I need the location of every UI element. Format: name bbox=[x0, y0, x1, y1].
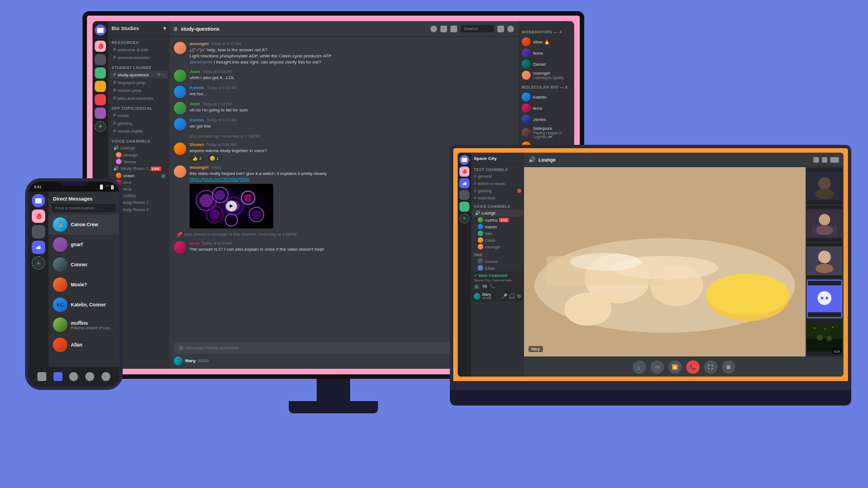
reaction[interactable]: 😊 1 bbox=[207, 155, 222, 162]
add-server-button[interactable]: + bbox=[95, 121, 106, 132]
headphones-icon[interactable]: 🎧 bbox=[509, 294, 515, 299]
mentions-icon[interactable] bbox=[85, 372, 94, 381]
server-dropdown-icon[interactable]: ▾ bbox=[163, 26, 166, 31]
search-box[interactable]: Search bbox=[460, 25, 494, 32]
v-icon-1[interactable] bbox=[813, 157, 819, 163]
fullscreen-icon[interactable] bbox=[830, 157, 839, 163]
dm-movie[interactable]: Movie? bbox=[49, 275, 119, 295]
laptop-voice-lounge[interactable]: 🔊 Lounge bbox=[472, 209, 523, 217]
member-sidequick[interactable]: Sidequick Playing League of Legends 🎮 bbox=[522, 125, 571, 140]
channel-announcements[interactable]: # announcements bbox=[110, 53, 168, 61]
channel-settings-icon[interactable]: ⚙ bbox=[157, 72, 161, 77]
channel-jobs[interactable]: # jobs-and-resumes bbox=[110, 94, 168, 102]
phone-add-server[interactable]: + bbox=[32, 256, 45, 270]
help-icon[interactable] bbox=[507, 26, 514, 32]
channel-study-questions[interactable]: # study-questions ⚙ + bbox=[110, 71, 168, 79]
channel-movies[interactable]: # movie-nights bbox=[110, 127, 168, 135]
mute-button[interactable]: 🔼 bbox=[668, 360, 682, 374]
server-6[interactable] bbox=[95, 108, 106, 119]
channel-gaming[interactable]: # gaming bbox=[110, 119, 168, 127]
channel-music[interactable]: # music bbox=[110, 111, 168, 119]
inbox-icon[interactable] bbox=[497, 26, 504, 32]
video-icon[interactable]: 📹 bbox=[482, 284, 487, 289]
laptop-channel-gaming[interactable]: # gaming bbox=[471, 187, 524, 194]
member-katelin[interactable]: Katelin bbox=[522, 91, 571, 103]
channel-welcome[interactable]: # welcome-&-info bbox=[110, 46, 168, 53]
play-button[interactable]: ▶ bbox=[226, 201, 237, 212]
plus-icon[interactable]: ⊕ bbox=[178, 344, 183, 352]
timestamp: Today at 9:15 AM bbox=[211, 42, 241, 46]
channel-ochem[interactable]: # ochem-prep bbox=[110, 86, 168, 94]
voice-user-moongirl[interactable]: moongirl bbox=[108, 152, 169, 158]
laptop-server-bio[interactable]: 🍎 bbox=[459, 167, 469, 177]
dm-canoe-crew[interactable]: 🚣 Canoe Crew bbox=[49, 214, 119, 235]
video-embed[interactable]: ▶ bbox=[190, 184, 273, 228]
voice-study-room-1[interactable]: 🔊 Study Room 1 LIVE bbox=[110, 165, 168, 172]
dm-conner[interactable]: Conner bbox=[49, 255, 119, 275]
messages-icon[interactable] bbox=[54, 372, 62, 381]
member-allan[interactable]: Allan 🔥 bbox=[522, 36, 571, 47]
laptop-voice-user-katelin[interactable]: Katelin bbox=[471, 223, 524, 230]
add-server-button[interactable]: + bbox=[459, 213, 469, 223]
member-james[interactable]: James bbox=[522, 114, 571, 125]
laptop-server-4[interactable] bbox=[459, 202, 469, 212]
phone-server-2[interactable] bbox=[32, 225, 45, 238]
member-daniel[interactable]: Daniel bbox=[522, 58, 571, 70]
reaction[interactable]: 👍 2 bbox=[190, 155, 205, 162]
add-channel-icon[interactable]: + bbox=[162, 73, 164, 77]
phone-search[interactable]: Find a conversation... bbox=[52, 204, 116, 212]
dm-katelin-conner[interactable]: KC Katelin, Conner bbox=[49, 295, 119, 315]
members-icon[interactable] bbox=[450, 26, 457, 32]
laptop-server-active[interactable]: 🏙 bbox=[459, 178, 469, 188]
discord-home-icon[interactable] bbox=[459, 155, 469, 165]
message-content: moongirl Today at 9:15 AM ¿(°⌣°)✓ help, … bbox=[190, 41, 514, 66]
dm-allan[interactable]: Allan bbox=[49, 335, 119, 355]
end-call-button[interactable]: 📞 bbox=[686, 360, 700, 374]
settings-icon[interactable]: ⚙ bbox=[517, 294, 521, 299]
phone-server-bio[interactable]: 🍎 bbox=[32, 209, 45, 223]
dm-muffins[interactable]: muffins Playing League of Legends bbox=[49, 315, 119, 335]
notification-icon[interactable] bbox=[430, 26, 437, 32]
server-4[interactable] bbox=[95, 81, 106, 92]
search-icon[interactable] bbox=[69, 372, 78, 381]
v-icon-2[interactable] bbox=[822, 157, 827, 163]
timestamp: Today at 9:18 AM bbox=[207, 86, 237, 90]
laptop-channel-addon[interactable]: # addon-n-music bbox=[471, 180, 524, 187]
laptop-server-name[interactable]: Space City bbox=[471, 153, 524, 165]
laptop-server-3[interactable] bbox=[459, 190, 469, 200]
fullscreen-button[interactable]: ⛶ bbox=[704, 360, 717, 374]
phone-server-3[interactable]: 🏙 bbox=[32, 241, 45, 254]
pin-icon[interactable] bbox=[440, 26, 447, 32]
laptop-channel-food[interactable]: # food-fads bbox=[471, 194, 524, 202]
server-5[interactable] bbox=[95, 94, 106, 105]
server-3[interactable] bbox=[95, 67, 106, 79]
phone-home-icon[interactable] bbox=[32, 194, 45, 207]
laptop-dnd-user-ethan[interactable]: Ethan bbox=[471, 265, 524, 271]
voice-user-serena[interactable]: Serena bbox=[108, 158, 169, 165]
laptop-dnd-user-conner[interactable]: Conner bbox=[471, 258, 524, 265]
laptop-channel-general[interactable]: # general bbox=[471, 173, 524, 180]
dm-gnarf[interactable]: gnarf bbox=[49, 235, 119, 255]
voice-lounge[interactable]: 🔊 Lounge bbox=[110, 144, 168, 152]
server-name-header[interactable]: Bio Studies ▾ bbox=[108, 21, 169, 36]
server-2[interactable] bbox=[95, 54, 106, 65]
camera-button[interactable]: 📹 bbox=[651, 360, 664, 374]
profile-icon[interactable] bbox=[101, 372, 110, 381]
laptop-voice-user-caleb[interactable]: Caleb bbox=[471, 237, 524, 243]
discord-home-icon[interactable] bbox=[95, 25, 106, 36]
more-button[interactable]: ⊞ bbox=[722, 360, 735, 374]
laptop-voice-user-moongirl[interactable]: moongirl bbox=[471, 243, 524, 250]
member-fiona[interactable]: fiona bbox=[522, 47, 571, 58]
mic-icon[interactable]: 🎤 bbox=[501, 294, 507, 299]
friends-icon[interactable] bbox=[37, 372, 46, 381]
channel-biopsych[interactable]: # biopsych-prep bbox=[110, 79, 168, 86]
screen-share-button[interactable]: 📺 bbox=[633, 360, 646, 374]
member-terra[interactable]: terra bbox=[522, 103, 571, 114]
screen-share-icon[interactable]: 📺 bbox=[474, 284, 479, 289]
server-bio-studies[interactable]: 🍎 bbox=[95, 41, 106, 52]
leave-call-icon[interactable]: 📞 bbox=[489, 284, 495, 289]
member-moongirl[interactable]: moongirl Listening to Spotify bbox=[522, 70, 571, 81]
laptop-voice-user-muffins[interactable]: muffins LIVE bbox=[471, 217, 524, 223]
laptop-voice-user-alec[interactable]: Alec bbox=[471, 230, 524, 237]
message-input[interactable]: Message #study-questions bbox=[186, 345, 491, 350]
